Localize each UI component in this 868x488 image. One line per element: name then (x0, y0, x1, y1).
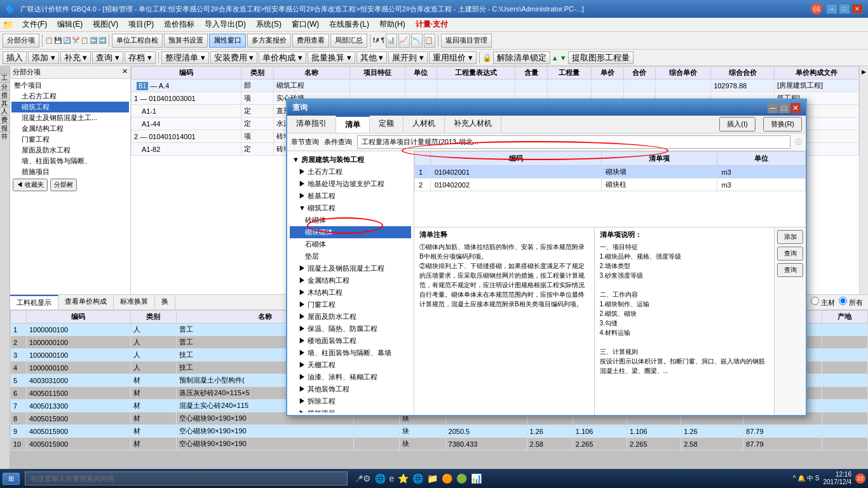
sidebar-tab-report[interactable]: 报表 (0, 116, 10, 124)
dtree-masonry[interactable]: ▼ 砌筑工程 (290, 202, 411, 214)
tab-unit-compose[interactable]: 查看单价构成 (58, 295, 114, 309)
sidebar-tab-measures[interactable]: 措施项目 (0, 83, 10, 91)
dialog-tab-labor[interactable]: 人材机 (403, 116, 445, 133)
taskbar-icon-ie[interactable]: 🌐 (412, 473, 423, 484)
btn-expand[interactable]: 展开到 ▾ (388, 51, 428, 64)
sidebar-tab-overview[interactable]: 工程概况 (0, 66, 10, 74)
btn-query[interactable]: 查询 ▾ (92, 51, 123, 64)
btn-collect[interactable]: ◀ 收藏夹 (13, 179, 48, 191)
btn-add[interactable]: 添加 ▾ (28, 51, 59, 64)
result-row[interactable]: 2 010402002 砌块柱 m3 (415, 179, 806, 191)
sidebar-tab-labor[interactable]: 人材机汇总 (0, 99, 10, 107)
sidebar-tab-parts[interactable]: 分部分项 (0, 74, 10, 83)
btn-extract-qty[interactable]: 提取图形工程量 (568, 51, 634, 64)
dialog-btn-insert[interactable]: 插入(I) (719, 117, 755, 132)
btn-query-right2[interactable]: 查询 (777, 263, 803, 277)
btn-tree-switch[interactable]: 分部树 (50, 179, 77, 191)
menu-price-index[interactable]: 造价指标 (159, 18, 200, 31)
dtree-door-window[interactable]: ▶ 门窗工程 (290, 299, 411, 311)
btn-insert[interactable]: 插入 (3, 51, 27, 64)
btn-organize[interactable]: 整理清单 ▾ (161, 51, 209, 64)
dtree-measure-items[interactable]: ▶ 措施项目 (290, 407, 411, 412)
opt-main-material[interactable]: 主材 (811, 297, 835, 308)
dtree-metal-struct[interactable]: ▶ 金属结构工程 (290, 274, 411, 287)
btn-query-right1[interactable]: 查询 (777, 247, 803, 261)
start-button[interactable]: ⊞ (3, 473, 20, 485)
taskbar-icon-network[interactable]: 🌐 (375, 473, 386, 484)
dtree-foundation[interactable]: ▶ 地基处理与边坡支护工程 (290, 178, 411, 190)
btn-icon4[interactable]: 📋 (424, 34, 435, 48)
tree-item-metal[interactable]: 金属结构工程 (11, 123, 129, 134)
dtree-roof-water[interactable]: ▶ 屋面及防水工程 (290, 311, 411, 323)
minimize-button[interactable]: ─ (826, 4, 837, 14)
btn-supplement[interactable]: 补充 ▾ (60, 51, 92, 64)
taskbar-icon-app2[interactable]: 🟢 (456, 473, 467, 484)
btn-property[interactable]: 属性窗口 (209, 34, 246, 48)
sidebar-tab-compliance[interactable]: 符合性检查 (0, 124, 10, 132)
taskbar-icon-star[interactable]: ⭐ (398, 473, 409, 484)
menu-file[interactable]: 文件(F) (17, 18, 52, 31)
menu-project[interactable]: 项目(P) (123, 18, 159, 31)
dialog-btn-replace[interactable]: 替换(R) (763, 117, 802, 132)
dtree-concrete[interactable]: ▶ 混凝土及钢筋混凝土工程 (290, 262, 411, 274)
btn-local-summary[interactable]: 局部汇总 (330, 34, 367, 48)
dtree-other-dec[interactable]: ▶ 其他装饰工程 (290, 383, 411, 395)
menu-view[interactable]: 视图(V) (88, 18, 123, 31)
menu-edit[interactable]: 编辑(E) (52, 18, 88, 31)
dtree-pad[interactable]: 垫层 (290, 250, 411, 262)
dtree-paint[interactable]: ▶ 油漆、涂料、裱糊工程 (290, 371, 411, 383)
btn-budget[interactable]: 预算书设置 (164, 34, 208, 48)
table-row[interactable]: 94005015900材空心砌块90×190×190块2050.51.261.1… (11, 425, 868, 438)
table-row[interactable]: 104005015900材空心砌块90×190×190块7380.4332.58… (11, 438, 868, 451)
btn-fee[interactable]: 费用查看 (292, 34, 329, 48)
btn-return[interactable]: 返回项目管理 (441, 34, 492, 48)
btn-reuse[interactable]: 重用组价 ▾ (429, 51, 477, 64)
tree-item-wall-dec[interactable]: 墙、柱面装饰与隔断、 (11, 156, 129, 166)
menu-measurement[interactable]: 计量·支付 (410, 18, 453, 31)
dialog-close-btn[interactable]: ✕ (790, 103, 801, 113)
dialog-tab-supplement[interactable]: 补充人材机 (445, 116, 501, 133)
btn-multi[interactable]: 多方案报价 (247, 34, 291, 48)
btn-unit-price[interactable]: 单价构成 ▾ (259, 51, 306, 64)
dialog-tab-list[interactable]: 清单 (336, 116, 370, 133)
tree-item-door[interactable]: 门窗工程 (11, 134, 129, 145)
dtree-brick[interactable]: 砖砌体 (290, 214, 411, 226)
result-row[interactable]: 1 010402001 砌块墙 m3 (415, 166, 806, 179)
menu-online[interactable]: 在线服务(L) (324, 18, 374, 31)
tree-close[interactable]: ✕ (122, 67, 128, 77)
taskbar-icon-browser[interactable]: e (390, 473, 395, 484)
btn-other[interactable]: 其他 ▾ (356, 51, 388, 64)
menu-system[interactable]: 系统(S) (251, 18, 287, 31)
dtree-earth[interactable]: ▶ 土石方工程 (290, 166, 411, 178)
taskbar-search-input[interactable] (25, 471, 348, 485)
btn-icon3[interactable]: 📉 (411, 34, 423, 48)
btn-unlock[interactable]: 解除清单锁定 (493, 51, 550, 64)
opt-all[interactable]: 所有 (839, 297, 863, 308)
menu-import-export[interactable]: 导入导出(D) (200, 18, 251, 31)
maximize-button[interactable]: □ (839, 4, 850, 14)
dialog-maximize[interactable]: □ (779, 103, 789, 113)
tree-item-measures[interactable]: 措施项目 (11, 166, 129, 177)
tab-standard-conv[interactable]: 标准换算 (114, 295, 155, 309)
btn-check[interactable]: 单位工程自检 (112, 34, 163, 48)
taskbar-icon-folder[interactable]: 📁 (427, 473, 438, 484)
dtree-housing[interactable]: ▼ 房屋建筑与装饰工程 (290, 154, 411, 166)
tree-item-concrete[interactable]: 混凝土及钢筋混凝土工... (11, 112, 129, 123)
btn-add-right[interactable]: 添加 (777, 230, 803, 244)
btn-install-fee[interactable]: 安装费用 ▾ (210, 51, 258, 64)
tree-item-earth[interactable]: 土石方工程 (11, 91, 129, 102)
dialog-tab-guide[interactable]: 清单指引 (287, 116, 336, 133)
btn-parts[interactable]: 分部分项 (3, 34, 39, 48)
right-tab[interactable]: ▶ (860, 66, 868, 78)
tree-item-masonry[interactable]: 砌筑工程 (11, 102, 129, 112)
btn-icon1[interactable]: 📊 (386, 34, 397, 48)
btn-batch[interactable]: 批量换算 ▾ (308, 51, 355, 64)
dtree-insulation[interactable]: ▶ 保温、隔热、防腐工程 (290, 323, 411, 335)
btn-archive[interactable]: 存档 ▾ (125, 51, 156, 64)
sidebar-tab-other[interactable]: 其他项目 (0, 91, 10, 99)
menu-help[interactable]: 帮助(H) (374, 18, 410, 31)
sidebar-tab-fee[interactable]: 费用汇总 (0, 107, 10, 116)
table-row[interactable]: B1 — A.4 部 砌筑工程 102978. (132, 79, 859, 92)
menu-window[interactable]: 窗口(W) (287, 18, 324, 31)
dtree-wood[interactable]: ▶ 木结构工程 (290, 287, 411, 299)
